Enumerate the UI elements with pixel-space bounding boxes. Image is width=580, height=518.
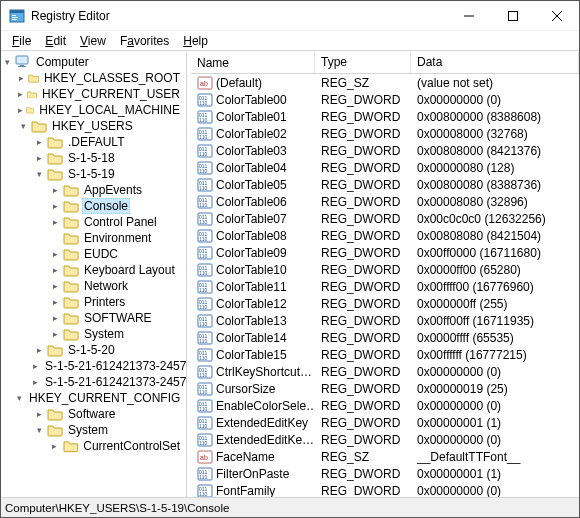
tree-node-hkcc[interactable]: ▾HKEY_CURRENT_CONFIG [17, 390, 186, 406]
chevron-right-icon[interactable]: ▸ [17, 72, 26, 84]
tree-node-hklm[interactable]: ▸HKEY_LOCAL_MACHINE [17, 102, 186, 118]
list-row[interactable]: 011110FontFamilyREG_DWORD0x00000000 (0) [191, 482, 579, 497]
list-row[interactable]: 011110ColorTable09REG_DWORD0x00ff0000 (1… [191, 244, 579, 261]
list-row[interactable]: 011110ColorTable10REG_DWORD0x0000ff00 (6… [191, 261, 579, 278]
list-row[interactable]: 011110ColorTable14REG_DWORD0x0000ffff (6… [191, 329, 579, 346]
chevron-right-icon[interactable]: ▸ [49, 312, 61, 324]
tree-node-controlpanel[interactable]: ▸Control Panel [49, 214, 186, 230]
tree-node-s21a[interactable]: ▸S-1-5-21-612421373-2457 [33, 358, 186, 374]
list-row[interactable]: 011110ColorTable06REG_DWORD0x00008080 (3… [191, 193, 579, 210]
tree-node-console[interactable]: ▸Console [49, 198, 186, 214]
tree-node-hku[interactable]: ▾HKEY_USERS [17, 118, 186, 134]
folder-icon [26, 103, 35, 117]
list-row[interactable]: 011110ColorTable12REG_DWORD0x000000ff (2… [191, 295, 579, 312]
binary-value-icon: 011110 [197, 228, 213, 244]
value-type: REG_DWORD [315, 399, 411, 413]
chevron-right-icon[interactable]: ▸ [49, 216, 61, 228]
list-row[interactable]: ab(Default)REG_SZ(value not set) [191, 74, 579, 91]
chevron-right-icon[interactable]: ▸ [17, 88, 25, 100]
chevron-down-icon[interactable]: ▾ [1, 56, 13, 68]
tree-node-system[interactable]: ▸System [49, 326, 186, 342]
value-data: 0x00000000 (0) [411, 433, 579, 447]
tree-pane[interactable]: ▾ Computer ▸HKEY_CLASSES_ROOT ▸HKEY_CURR… [1, 52, 187, 497]
svg-text:110: 110 [199, 202, 208, 208]
list-row[interactable]: 011110ColorTable00REG_DWORD0x00000000 (0… [191, 91, 579, 108]
chevron-right-icon[interactable]: ▸ [49, 440, 61, 452]
chevron-down-icon[interactable]: ▾ [17, 120, 29, 132]
column-data-header[interactable]: Data [411, 52, 579, 73]
tree-node-hkcc-system[interactable]: ▾System [33, 422, 186, 438]
tree-node-ccs[interactable]: ▸CurrentControlSet [49, 438, 186, 454]
close-button[interactable] [535, 1, 579, 31]
chevron-right-icon[interactable]: ▸ [33, 376, 38, 388]
tree-node-software[interactable]: ▸SOFTWARE [49, 310, 186, 326]
tree-node-s19[interactable]: ▾S-1-5-19 [33, 166, 186, 182]
svg-text:110: 110 [199, 219, 208, 225]
chevron-right-icon[interactable]: ▸ [49, 184, 61, 196]
chevron-right-icon[interactable]: ▸ [17, 104, 24, 116]
list-row[interactable]: 011110ColorTable04REG_DWORD0x00000080 (1… [191, 159, 579, 176]
list-row[interactable]: 011110FilterOnPasteREG_DWORD0x00000001 (… [191, 465, 579, 482]
menu-favorites[interactable]: Favorites [113, 34, 176, 48]
tree-node-s18[interactable]: ▸S-1-5-18 [33, 150, 186, 166]
minimize-button[interactable] [447, 1, 491, 31]
value-type: REG_DWORD [315, 178, 411, 192]
chevron-down-icon[interactable]: ▾ [33, 424, 45, 436]
chevron-right-icon[interactable]: ▸ [49, 200, 61, 212]
list-row[interactable]: 011110ColorTable13REG_DWORD0x00ff00ff (1… [191, 312, 579, 329]
menu-file[interactable]: File [5, 34, 38, 48]
tree-node-default[interactable]: ▸.DEFAULT [33, 134, 186, 150]
chevron-right-icon[interactable]: ▸ [49, 248, 61, 260]
chevron-right-icon[interactable]: ▸ [49, 264, 61, 276]
maximize-button[interactable] [491, 1, 535, 31]
tree-node-s21b[interactable]: ▸S-1-5-21-612421373-2457 [33, 374, 186, 390]
list-row[interactable]: 011110ColorTable07REG_DWORD0x00c0c0c0 (1… [191, 210, 579, 227]
tree-node-hkcc-software[interactable]: ▸Software [33, 406, 186, 422]
menu-view[interactable]: View [73, 34, 113, 48]
list-row[interactable]: 011110ColorTable02REG_DWORD0x00008000 (3… [191, 125, 579, 142]
list-row[interactable]: 011110ExtendedEditKeyREG_DWORD0x00000001… [191, 414, 579, 431]
tree-node-computer[interactable]: ▾ Computer [1, 54, 186, 70]
chevron-right-icon[interactable]: ▸ [49, 296, 61, 308]
tree-node-printers[interactable]: ▸Printers [49, 294, 186, 310]
list-row[interactable]: 011110EnableColorSele…REG_DWORD0x0000000… [191, 397, 579, 414]
chevron-right-icon[interactable]: ▸ [49, 328, 61, 340]
tree-node-hkcr[interactable]: ▸HKEY_CLASSES_ROOT [17, 70, 186, 86]
chevron-right-icon[interactable]: ▸ [49, 280, 61, 292]
chevron-right-icon[interactable]: ▸ [33, 344, 45, 356]
list-row[interactable]: 011110ColorTable08REG_DWORD0x00808080 (8… [191, 227, 579, 244]
list-row[interactable]: 011110ExtendedEditKe…REG_DWORD0x00000000… [191, 431, 579, 448]
column-type-header[interactable]: Type [315, 52, 411, 73]
list-row[interactable]: abFaceNameREG_SZ__DefaultTTFont__ [191, 448, 579, 465]
tree-node-environment[interactable]: ▸Environment [49, 230, 186, 246]
chevron-right-icon[interactable]: ▸ [33, 152, 45, 164]
list-row[interactable]: 011110CursorSizeREG_DWORD0x00000019 (25) [191, 380, 579, 397]
list-row[interactable]: 011110ColorTable15REG_DWORD0x00ffffff (1… [191, 346, 579, 363]
value-data: 0x00800080 (8388736) [411, 178, 579, 192]
list-row[interactable]: 011110CtrlKeyShortcut…REG_DWORD0x0000000… [191, 363, 579, 380]
tree-node-network[interactable]: ▸Network [49, 278, 186, 294]
list-row[interactable]: 011110ColorTable05REG_DWORD0x00800080 (8… [191, 176, 579, 193]
menu-help[interactable]: Help [176, 34, 215, 48]
list-row[interactable]: 011110ColorTable03REG_DWORD0x00808000 (8… [191, 142, 579, 159]
tree-node-eudc[interactable]: ▸EUDC [49, 246, 186, 262]
value-type: REG_DWORD [315, 484, 411, 498]
chevron-right-icon[interactable]: ▸ [33, 360, 38, 372]
chevron-right-icon[interactable]: ▸ [33, 408, 45, 420]
values-pane[interactable]: Name Type Data ab(Default)REG_SZ(value n… [191, 52, 579, 497]
chevron-down-icon[interactable]: ▾ [33, 168, 45, 180]
list-row[interactable]: 011110ColorTable01REG_DWORD0x00800000 (8… [191, 108, 579, 125]
list-row[interactable]: 011110ColorTable11REG_DWORD0x00ffff00 (1… [191, 278, 579, 295]
tree-node-appevents[interactable]: ▸AppEvents [49, 182, 186, 198]
chevron-down-icon[interactable]: ▾ [17, 392, 22, 404]
list-body[interactable]: ab(Default)REG_SZ(value not set)011110Co… [191, 74, 579, 497]
status-path: Computer\HKEY_USERS\S-1-5-19\Console [5, 502, 229, 514]
column-name-header[interactable]: Name [191, 52, 315, 73]
value-name: ColorTable00 [216, 93, 287, 107]
folder-icon [63, 279, 79, 293]
chevron-right-icon[interactable]: ▸ [33, 136, 45, 148]
tree-node-keyboard[interactable]: ▸Keyboard Layout [49, 262, 186, 278]
tree-node-s20[interactable]: ▸S-1-5-20 [33, 342, 186, 358]
menu-edit[interactable]: Edit [38, 34, 73, 48]
tree-node-hkcu[interactable]: ▸HKEY_CURRENT_USER [17, 86, 186, 102]
